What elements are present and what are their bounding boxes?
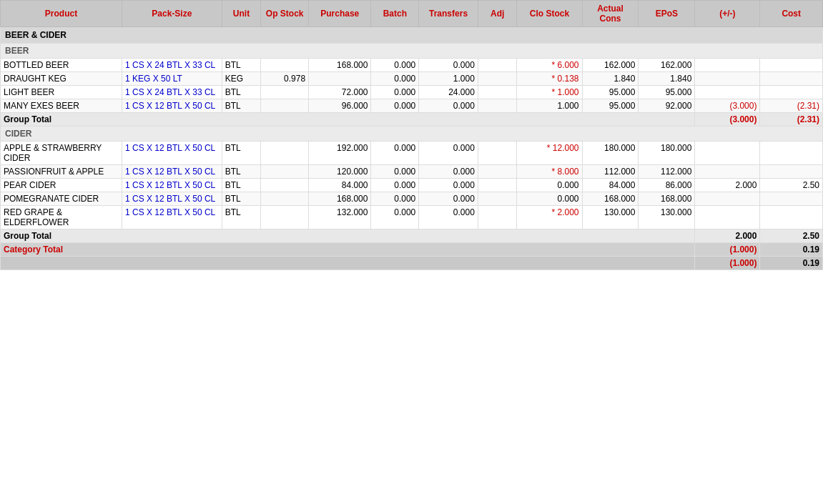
table-row: POMEGRANATE CIDER1 CS X 12 BTL X 50 CLBT… bbox=[1, 192, 823, 206]
header-transfers: Transfers bbox=[419, 1, 478, 27]
header-product: Product bbox=[1, 1, 122, 27]
table-row: BOTTLED BEER1 CS X 24 BTL X 33 CLBTL168.… bbox=[1, 59, 823, 72]
section-header-beer-cider: BEER & CIDER bbox=[1, 27, 823, 44]
table-row: PEAR CIDER1 CS X 12 BTL X 50 CLBTL84.000… bbox=[1, 179, 823, 192]
table-row: PASSIONFRUIT & APPLE1 CS X 12 BTL X 50 C… bbox=[1, 165, 823, 179]
grand-total-row: (1.000)0.19 bbox=[1, 257, 823, 270]
beer-group-total-row: Group Total(3.000)(2.31) bbox=[1, 113, 823, 127]
header-plusminus: (+/-) bbox=[695, 1, 760, 27]
cider-group-total-row: Group Total2.0002.50 bbox=[1, 229, 823, 243]
header-batch: Batch bbox=[371, 1, 419, 27]
table-row: RED GRAPE & ELDERFLOWER1 CS X 12 BTL X 5… bbox=[1, 206, 823, 229]
header-adj: Adj bbox=[478, 1, 517, 27]
header-unit: Unit bbox=[222, 1, 261, 27]
table-row: APPLE & STRAWBERRY CIDER1 CS X 12 BTL X … bbox=[1, 142, 823, 165]
table-row: LIGHT BEER1 CS X 24 BTL X 33 CLBTL72.000… bbox=[1, 86, 823, 99]
header-purchase: Purchase bbox=[309, 1, 371, 27]
header-actualcons: ActualCons bbox=[582, 1, 639, 27]
table-row: MANY EXES BEER1 CS X 12 BTL X 50 CLBTL96… bbox=[1, 99, 823, 113]
header-opstock: Op Stock bbox=[261, 1, 309, 27]
category-total-row: Category Total(1.000)0.19 bbox=[1, 243, 823, 257]
header-closstock: Clo Stock bbox=[517, 1, 582, 27]
subsection-header-beer: BEER bbox=[1, 44, 823, 59]
header-packsize: Pack-Size bbox=[122, 1, 222, 27]
subsection-header-cider: CIDER bbox=[1, 127, 823, 142]
header-cost: Cost bbox=[760, 1, 823, 27]
header-epos: EPoS bbox=[639, 1, 695, 27]
table-row: DRAUGHT KEG1 KEG X 50 LTKEG0.9780.0001.0… bbox=[1, 72, 823, 86]
